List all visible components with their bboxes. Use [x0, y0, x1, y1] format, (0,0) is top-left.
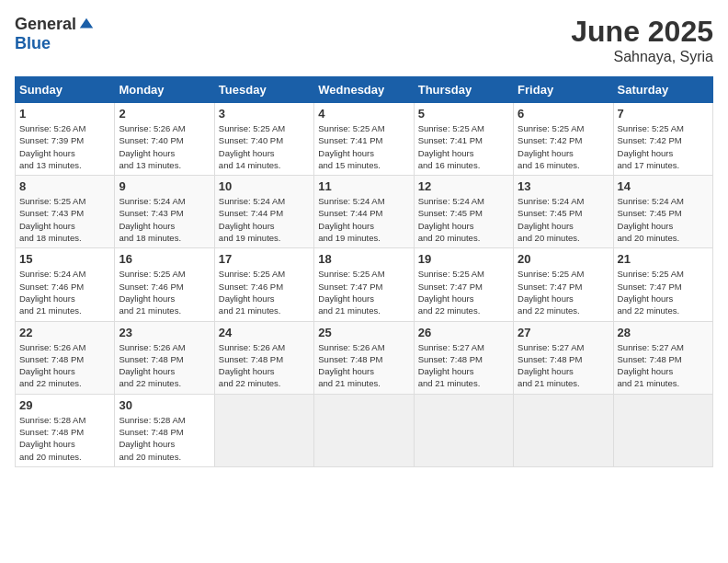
day-number: 5 — [418, 107, 509, 121]
day-info: Sunrise: 5:25 AM Sunset: 7:42 PM Dayligh… — [518, 122, 609, 171]
day-info: Sunrise: 5:28 AM Sunset: 7:48 PM Dayligh… — [19, 414, 110, 463]
logo-icon — [78, 17, 95, 33]
day-info: Sunrise: 5:25 AM Sunset: 7:46 PM Dayligh… — [119, 268, 210, 316]
weekday-header-tuesday: Tuesday — [214, 77, 313, 103]
day-number: 16 — [119, 252, 210, 266]
calendar-cell: 16 Sunrise: 5:25 AM Sunset: 7:46 PM Dayl… — [115, 248, 214, 321]
title-area: June 2025 Sahnaya, Syria — [571, 15, 713, 65]
weekday-header-row: SundayMondayTuesdayWednesdayThursdayFrid… — [16, 77, 713, 103]
logo-blue-text: Blue — [15, 34, 51, 53]
weekday-header-monday: Monday — [115, 77, 214, 103]
calendar-cell: 14 Sunrise: 5:24 AM Sunset: 7:45 PM Dayl… — [613, 176, 712, 248]
location: Sahnaya, Syria — [571, 49, 713, 65]
calendar-cell — [414, 394, 513, 466]
weekday-header-wednesday: Wednesday — [314, 77, 414, 103]
day-info: Sunrise: 5:25 AM Sunset: 7:47 PM Dayligh… — [618, 268, 709, 316]
day-info: Sunrise: 5:24 AM Sunset: 7:44 PM Dayligh… — [219, 195, 310, 244]
weekday-header-thursday: Thursday — [414, 77, 513, 103]
day-info: Sunrise: 5:24 AM Sunset: 7:45 PM Dayligh… — [618, 195, 709, 244]
day-info: Sunrise: 5:26 AM Sunset: 7:48 PM Dayligh… — [19, 341, 110, 390]
month-title: June 2025 — [571, 15, 713, 49]
calendar-cell: 10 Sunrise: 5:24 AM Sunset: 7:44 PM Dayl… — [214, 176, 313, 248]
calendar-cell: 20 Sunrise: 5:25 AM Sunset: 7:47 PM Dayl… — [514, 248, 613, 321]
day-info: Sunrise: 5:26 AM Sunset: 7:39 PM Dayligh… — [19, 122, 110, 171]
calendar-cell: 30 Sunrise: 5:28 AM Sunset: 7:48 PM Dayl… — [115, 394, 214, 466]
calendar-cell: 18 Sunrise: 5:25 AM Sunset: 7:47 PM Dayl… — [314, 248, 414, 321]
day-number: 21 — [618, 252, 709, 266]
calendar-cell: 11 Sunrise: 5:24 AM Sunset: 7:44 PM Dayl… — [314, 176, 414, 248]
day-info: Sunrise: 5:26 AM Sunset: 7:40 PM Dayligh… — [119, 122, 210, 171]
day-number: 20 — [518, 252, 609, 266]
calendar-table: SundayMondayTuesdayWednesdayThursdayFrid… — [15, 76, 713, 467]
day-info: Sunrise: 5:25 AM Sunset: 7:40 PM Dayligh… — [219, 122, 310, 171]
calendar-cell: 29 Sunrise: 5:28 AM Sunset: 7:48 PM Dayl… — [16, 394, 115, 466]
day-info: Sunrise: 5:25 AM Sunset: 7:47 PM Dayligh… — [318, 268, 409, 316]
day-number: 2 — [119, 107, 210, 121]
calendar-cell: 1 Sunrise: 5:26 AM Sunset: 7:39 PM Dayli… — [16, 103, 115, 176]
calendar-cell: 25 Sunrise: 5:26 AM Sunset: 7:48 PM Dayl… — [314, 321, 414, 394]
day-number: 15 — [19, 252, 110, 266]
day-number: 17 — [219, 252, 310, 266]
day-info: Sunrise: 5:25 AM Sunset: 7:47 PM Dayligh… — [518, 268, 609, 316]
day-number: 28 — [618, 326, 709, 339]
day-number: 19 — [418, 252, 509, 266]
svg-marker-0 — [80, 17, 93, 28]
calendar-cell: 5 Sunrise: 5:25 AM Sunset: 7:41 PM Dayli… — [414, 103, 513, 176]
day-info: Sunrise: 5:24 AM Sunset: 7:45 PM Dayligh… — [518, 195, 609, 244]
calendar-cell: 9 Sunrise: 5:24 AM Sunset: 7:43 PM Dayli… — [115, 176, 214, 248]
calendar-week-row: 22 Sunrise: 5:26 AM Sunset: 7:48 PM Dayl… — [16, 321, 713, 394]
day-number: 8 — [19, 179, 110, 193]
day-info: Sunrise: 5:25 AM Sunset: 7:47 PM Dayligh… — [418, 268, 509, 316]
day-info: Sunrise: 5:24 AM Sunset: 7:44 PM Dayligh… — [318, 195, 409, 244]
calendar-cell: 23 Sunrise: 5:26 AM Sunset: 7:48 PM Dayl… — [115, 321, 214, 394]
calendar-cell: 22 Sunrise: 5:26 AM Sunset: 7:48 PM Dayl… — [16, 321, 115, 394]
calendar-cell — [613, 394, 712, 466]
day-number: 10 — [219, 179, 310, 193]
logo: General Blue — [15, 15, 95, 53]
calendar-week-row: 15 Sunrise: 5:24 AM Sunset: 7:46 PM Dayl… — [16, 248, 713, 321]
day-info: Sunrise: 5:24 AM Sunset: 7:43 PM Dayligh… — [119, 195, 210, 244]
day-number: 13 — [518, 179, 609, 193]
calendar-cell: 15 Sunrise: 5:24 AM Sunset: 7:46 PM Dayl… — [16, 248, 115, 321]
weekday-header-sunday: Sunday — [16, 77, 115, 103]
calendar-cell: 28 Sunrise: 5:27 AM Sunset: 7:48 PM Dayl… — [613, 321, 712, 394]
day-number: 11 — [318, 179, 409, 193]
calendar-week-row: 1 Sunrise: 5:26 AM Sunset: 7:39 PM Dayli… — [16, 103, 713, 176]
day-number: 4 — [318, 107, 409, 121]
day-number: 7 — [618, 107, 709, 121]
calendar-cell: 8 Sunrise: 5:25 AM Sunset: 7:43 PM Dayli… — [16, 176, 115, 248]
weekday-header-friday: Friday — [514, 77, 613, 103]
day-number: 18 — [318, 252, 409, 266]
calendar-week-row: 8 Sunrise: 5:25 AM Sunset: 7:43 PM Dayli… — [16, 176, 713, 248]
day-number: 30 — [119, 398, 210, 412]
day-number: 1 — [19, 107, 110, 121]
calendar-cell: 26 Sunrise: 5:27 AM Sunset: 7:48 PM Dayl… — [414, 321, 513, 394]
calendar-cell: 6 Sunrise: 5:25 AM Sunset: 7:42 PM Dayli… — [514, 103, 613, 176]
day-info: Sunrise: 5:25 AM Sunset: 7:46 PM Dayligh… — [219, 268, 310, 316]
calendar-cell: 21 Sunrise: 5:25 AM Sunset: 7:47 PM Dayl… — [613, 248, 712, 321]
day-info: Sunrise: 5:27 AM Sunset: 7:48 PM Dayligh… — [518, 341, 609, 390]
calendar-cell: 24 Sunrise: 5:26 AM Sunset: 7:48 PM Dayl… — [214, 321, 313, 394]
page-header: General Blue June 2025 Sahnaya, Syria — [15, 15, 713, 65]
calendar-cell: 27 Sunrise: 5:27 AM Sunset: 7:48 PM Dayl… — [514, 321, 613, 394]
calendar-cell — [214, 394, 313, 466]
logo-general-text: General — [15, 15, 76, 34]
day-number: 26 — [418, 326, 509, 339]
weekday-header-saturday: Saturday — [613, 77, 712, 103]
day-info: Sunrise: 5:25 AM Sunset: 7:42 PM Dayligh… — [618, 122, 709, 171]
day-info: Sunrise: 5:26 AM Sunset: 7:48 PM Dayligh… — [219, 341, 310, 390]
calendar-cell — [514, 394, 613, 466]
day-number: 6 — [518, 107, 609, 121]
day-number: 25 — [318, 326, 409, 339]
day-info: Sunrise: 5:25 AM Sunset: 7:43 PM Dayligh… — [19, 195, 110, 244]
day-info: Sunrise: 5:27 AM Sunset: 7:48 PM Dayligh… — [418, 341, 509, 390]
calendar-cell: 19 Sunrise: 5:25 AM Sunset: 7:47 PM Dayl… — [414, 248, 513, 321]
calendar-cell: 4 Sunrise: 5:25 AM Sunset: 7:41 PM Dayli… — [314, 103, 414, 176]
calendar-cell: 7 Sunrise: 5:25 AM Sunset: 7:42 PM Dayli… — [613, 103, 712, 176]
day-number: 29 — [19, 398, 110, 412]
day-number: 9 — [119, 179, 210, 193]
calendar-week-row: 29 Sunrise: 5:28 AM Sunset: 7:48 PM Dayl… — [16, 394, 713, 466]
day-info: Sunrise: 5:26 AM Sunset: 7:48 PM Dayligh… — [318, 341, 409, 390]
calendar-cell: 13 Sunrise: 5:24 AM Sunset: 7:45 PM Dayl… — [514, 176, 613, 248]
day-info: Sunrise: 5:24 AM Sunset: 7:46 PM Dayligh… — [19, 268, 110, 316]
